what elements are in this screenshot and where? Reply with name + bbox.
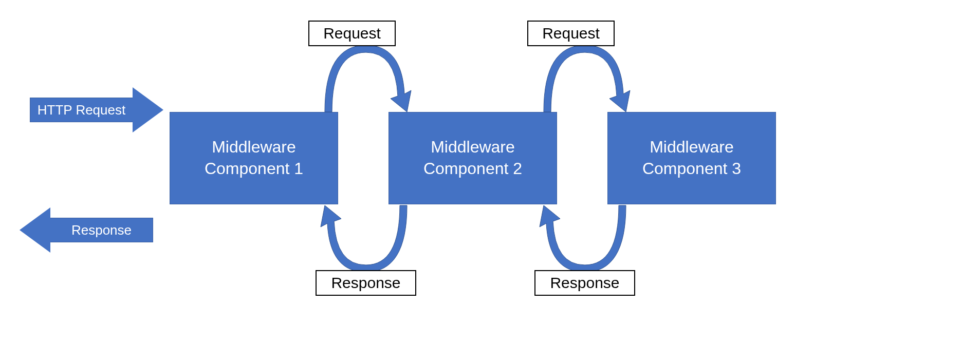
- middleware-component-2: Middleware Component 2: [389, 112, 557, 204]
- middleware-component-1: Middleware Component 1: [170, 112, 338, 204]
- http-response-label: Response: [50, 218, 153, 242]
- middleware-component-3: Middleware Component 3: [607, 112, 776, 204]
- response-label-2-1-text: Response: [331, 274, 400, 292]
- request-label-1-2-text: Request: [323, 25, 381, 42]
- http-request-arrow: HTTP Request: [30, 87, 163, 132]
- arrow-right-head-icon: [133, 87, 163, 132]
- curved-arrow-request-1-2: [304, 35, 428, 117]
- middleware-component-3-label: Middleware Component 3: [642, 137, 741, 179]
- middleware-component-2-label: Middleware Component 2: [423, 137, 522, 179]
- request-label-2-3-text: Request: [542, 25, 600, 42]
- response-label-2-1: Response: [316, 270, 416, 296]
- http-request-text: HTTP Request: [38, 102, 125, 118]
- response-label-3-2-text: Response: [550, 274, 619, 292]
- http-request-label: HTTP Request: [30, 98, 133, 122]
- curved-arrow-request-2-3: [523, 35, 646, 117]
- request-label-1-2: Request: [308, 21, 396, 46]
- request-label-2-3: Request: [527, 21, 615, 46]
- http-response-text: Response: [71, 222, 132, 238]
- middleware-component-1-label: Middleware Component 1: [205, 137, 303, 179]
- response-label-3-2: Response: [534, 270, 635, 296]
- arrow-left-head-icon: [20, 207, 50, 253]
- http-response-arrow: Response: [20, 207, 153, 253]
